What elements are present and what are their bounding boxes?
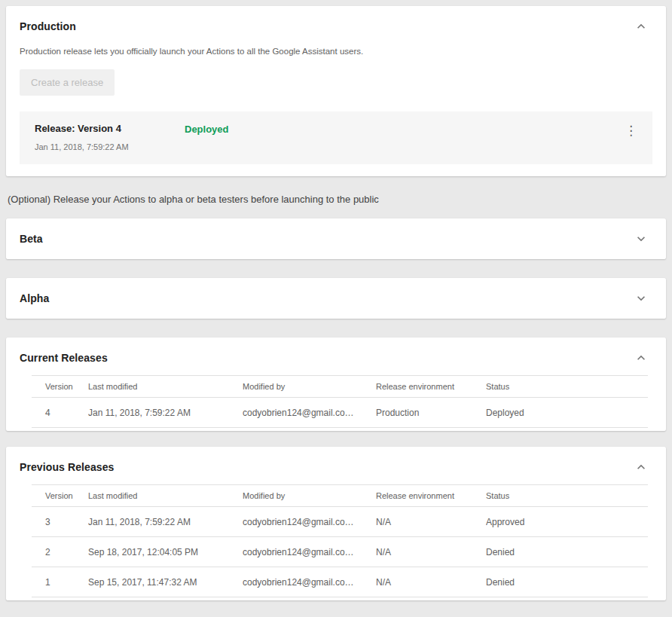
current-releases-table: Version Last modified Modified by Releas… [32, 375, 648, 428]
chevron-down-icon[interactable] [633, 290, 649, 307]
release-status-badge: Deployed [185, 123, 229, 135]
cell-status: Approved [486, 507, 648, 537]
chevron-up-icon[interactable] [633, 18, 649, 35]
production-card-header[interactable]: Production [6, 6, 666, 47]
cell-release-environment: N/A [376, 567, 486, 597]
cell-version: 1 [32, 567, 88, 597]
cell-release-environment: N/A [376, 507, 486, 537]
cell-version: 2 [32, 537, 88, 567]
header-last-modified: Last modified [88, 485, 243, 507]
beta-title: Beta [20, 233, 43, 245]
optional-note: (Optional) Release your Actions to alpha… [8, 194, 664, 205]
header-version: Version [32, 485, 88, 507]
table-header-row: Version Last modified Modified by Releas… [32, 485, 648, 507]
previous-releases-table-wrap: Version Last modified Modified by Releas… [6, 483, 666, 600]
cell-modified-by: codyobrien124@gmail.co… [243, 537, 376, 567]
header-release-environment: Release environment [376, 485, 486, 507]
header-modified-by: Modified by [243, 376, 376, 398]
alpha-title: Alpha [20, 292, 49, 304]
current-releases-card: Current Releases Version Last modified M… [6, 338, 666, 431]
table-header-row: Version Last modified Modified by Releas… [32, 376, 648, 398]
release-name: Release: Version 4 [35, 123, 170, 134]
cell-release-environment: Production [376, 398, 486, 428]
previous-releases-card: Previous Releases Version Last modified … [6, 447, 666, 600]
cell-version: 4 [32, 398, 88, 428]
header-last-modified: Last modified [88, 376, 243, 398]
previous-releases-title: Previous Releases [20, 461, 114, 473]
cell-status: Denied [486, 567, 648, 597]
production-card: Production Production release lets you o… [6, 6, 666, 176]
spacer [6, 259, 666, 278]
release-date: Jan 11, 2018, 7:59:22 AM [35, 142, 170, 151]
chevron-down-icon[interactable] [633, 231, 649, 247]
cell-modified-by: codyobrien124@gmail.co… [243, 398, 376, 428]
beta-card-header[interactable]: Beta [6, 218, 666, 259]
releases-page: Production Production release lets you o… [0, 0, 672, 606]
table-row: 3 Jan 11, 2018, 7:59:22 AM codyobrien124… [32, 507, 648, 537]
alpha-card-header[interactable]: Alpha [6, 278, 666, 319]
cell-last-modified: Jan 11, 2018, 7:59:22 AM [88, 507, 243, 537]
header-status: Status [486, 376, 648, 398]
cell-status: Denied [486, 537, 648, 567]
production-release-row: Release: Version 4 Jan 11, 2018, 7:59:22… [20, 111, 652, 164]
chevron-up-icon[interactable] [633, 459, 649, 475]
current-releases-header[interactable]: Current Releases [6, 338, 666, 374]
production-body: Production release lets you officially l… [6, 47, 666, 176]
create-release-button[interactable]: Create a release [20, 69, 115, 96]
cell-last-modified: Sep 15, 2017, 11:47:32 AM [88, 567, 243, 597]
beta-card: Beta [6, 218, 666, 259]
header-version: Version [32, 376, 88, 398]
previous-releases-table: Version Last modified Modified by Releas… [32, 484, 648, 597]
table-row: 4 Jan 11, 2018, 7:59:22 AM codyobrien124… [32, 398, 648, 428]
spacer [6, 319, 666, 338]
cell-release-environment: N/A [376, 537, 486, 567]
header-release-environment: Release environment [376, 376, 486, 398]
cell-last-modified: Jan 11, 2018, 7:59:22 AM [88, 398, 243, 428]
cell-status: Deployed [486, 398, 648, 428]
cell-modified-by: codyobrien124@gmail.co… [243, 507, 376, 537]
cell-modified-by: codyobrien124@gmail.co… [243, 567, 376, 597]
current-releases-title: Current Releases [20, 352, 108, 364]
chevron-up-icon[interactable] [633, 350, 649, 366]
production-description: Production release lets you officially l… [20, 47, 652, 56]
release-info: Release: Version 4 Jan 11, 2018, 7:59:22… [35, 123, 170, 151]
cell-last-modified: Sep 18, 2017, 12:04:05 PM [88, 537, 243, 567]
previous-releases-header[interactable]: Previous Releases [6, 447, 666, 483]
table-row: 2 Sep 18, 2017, 12:04:05 PM codyobrien12… [32, 537, 648, 567]
alpha-card: Alpha [6, 278, 666, 319]
current-releases-table-wrap: Version Last modified Modified by Releas… [6, 374, 666, 431]
header-status: Status [486, 485, 648, 507]
table-row: 1 Sep 15, 2017, 11:47:32 AM codyobrien12… [32, 567, 648, 597]
production-title: Production [20, 20, 76, 32]
cell-version: 3 [32, 507, 88, 537]
spacer [6, 431, 666, 447]
header-modified-by: Modified by [243, 485, 376, 507]
more-options-icon[interactable]: ⋮ [620, 123, 642, 139]
